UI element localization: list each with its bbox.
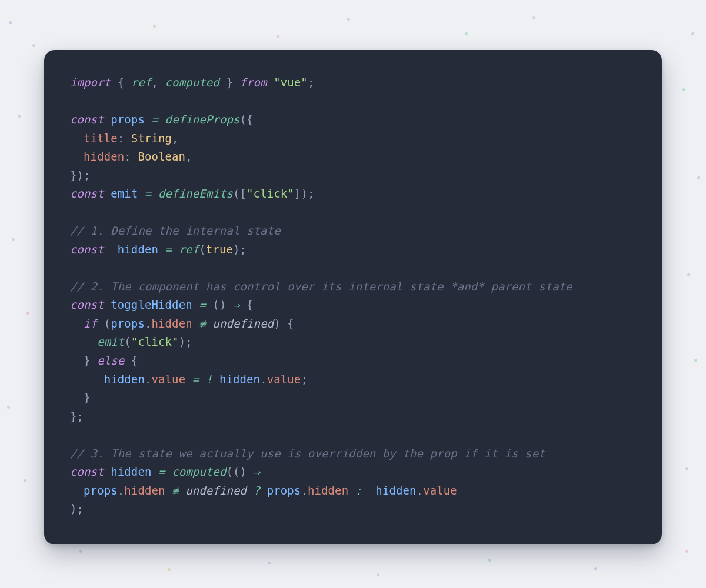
code-line: const toggleHidden = () ⇒ {: [70, 298, 254, 311]
code-token: const: [70, 465, 104, 478]
code-line: [70, 428, 77, 441]
code-token: title: [84, 132, 118, 145]
confetti-dot: [697, 176, 700, 179]
code-token: ⇒: [254, 465, 261, 478]
code-token: =: [158, 465, 165, 478]
code-token: const: [70, 243, 104, 256]
confetti-dot: [377, 573, 379, 576]
code-token: [165, 465, 172, 478]
code-line: );: [70, 502, 84, 515]
code-line: hidden: Boolean,: [70, 150, 192, 163]
code-token: };: [70, 410, 84, 423]
code-token: {: [111, 76, 131, 89]
code-token: [104, 187, 111, 200]
code-line: import { ref, computed } from "vue";: [70, 76, 314, 89]
code-token: const: [70, 187, 104, 200]
code-token: ≢: [199, 317, 206, 330]
code-token: }: [70, 391, 91, 404]
code-token: [104, 243, 111, 256]
code-token: [151, 465, 158, 478]
code-line: props.hidden ≢ undefined ? props.hidden …: [70, 484, 457, 497]
code-line: const props = defineProps({: [70, 113, 254, 126]
code-token: ;: [301, 373, 308, 386]
code-snippet-card: import { ref, computed } from "vue"; con…: [44, 50, 662, 544]
code-token: hidden: [151, 317, 192, 330]
confetti-dot: [153, 25, 156, 28]
code-token: .: [118, 484, 125, 497]
code-line: const hidden = computed(() ⇒: [70, 465, 260, 478]
code-token: [70, 317, 84, 330]
confetti-dot: [79, 550, 82, 553]
code-line: });: [70, 169, 91, 182]
code-line: [70, 95, 77, 108]
code-token: .: [260, 373, 267, 386]
confetti-dot: [24, 479, 26, 482]
code-token: [70, 373, 97, 386]
code-token: [104, 465, 111, 478]
code-token: ≢: [172, 484, 179, 497]
code-token: [138, 187, 145, 200]
code-token: =: [165, 243, 172, 256]
code-token: _hidden: [111, 243, 158, 256]
code-token: [247, 484, 254, 497]
code-token: ([: [233, 187, 247, 200]
code-token: props: [267, 484, 301, 497]
code-token: [158, 243, 165, 256]
code-token: ) {: [274, 317, 294, 330]
code-token: value: [151, 373, 185, 386]
code-token: );: [233, 243, 247, 256]
code-token: .: [145, 317, 152, 330]
confetti-dot: [18, 115, 21, 118]
code-token: import: [70, 76, 111, 89]
code-token: [179, 484, 186, 497]
code-token: [260, 484, 267, 497]
code-line: if (props.hidden ≢ undefined) {: [70, 317, 294, 330]
code-token: hidden: [124, 484, 165, 497]
code-token: [206, 317, 213, 330]
code-token: {: [240, 298, 254, 311]
code-token: [152, 187, 159, 200]
confetti-dot: [9, 21, 12, 24]
code-token: ref: [131, 76, 152, 89]
code-token: [267, 76, 274, 89]
code-token: [362, 484, 369, 497]
confetti-dot: [682, 88, 685, 91]
code-token: :: [124, 150, 138, 163]
confetti-dot: [268, 562, 271, 564]
code-token: );: [70, 502, 84, 515]
code-token: ,: [151, 76, 165, 89]
code-token: =: [192, 373, 199, 386]
code-token: defineEmits: [158, 187, 233, 200]
code-line: }: [70, 391, 91, 404]
code-token: ref: [179, 243, 199, 256]
code-token: ⇒: [233, 298, 240, 311]
code-token: [165, 484, 172, 497]
code-token: [70, 150, 84, 163]
code-token: ]);: [294, 187, 315, 200]
code-line: const _hidden = ref(true);: [70, 243, 247, 256]
code-token: (: [199, 243, 206, 256]
confetti-dot: [694, 359, 697, 362]
code-token: true: [206, 243, 233, 256]
code-token: undefined: [185, 484, 247, 497]
code-token: const: [70, 298, 104, 311]
code-token: _hidden: [212, 373, 260, 386]
code-token: .: [301, 484, 308, 497]
code-token: // 1. Define the internal state: [70, 224, 281, 237]
code-token: :: [355, 484, 362, 497]
code-token: ?: [254, 484, 261, 497]
code-token: ({: [240, 113, 254, 126]
confetti-dot: [277, 35, 279, 38]
code-token: props: [84, 484, 118, 497]
code-token: _hidden: [97, 373, 145, 386]
confetti-dot: [32, 44, 35, 47]
code-token: String: [131, 132, 172, 145]
code-line: [70, 206, 77, 219]
code-line: const emit = defineEmits(["click"]);: [70, 187, 314, 200]
code-token: value: [423, 484, 457, 497]
code-token: }: [70, 354, 97, 367]
code-token: [199, 373, 206, 386]
code-token: // 3. The state we actually use is overr…: [70, 447, 545, 460]
code-line: title: String,: [70, 132, 179, 145]
code-token: from: [240, 76, 267, 89]
